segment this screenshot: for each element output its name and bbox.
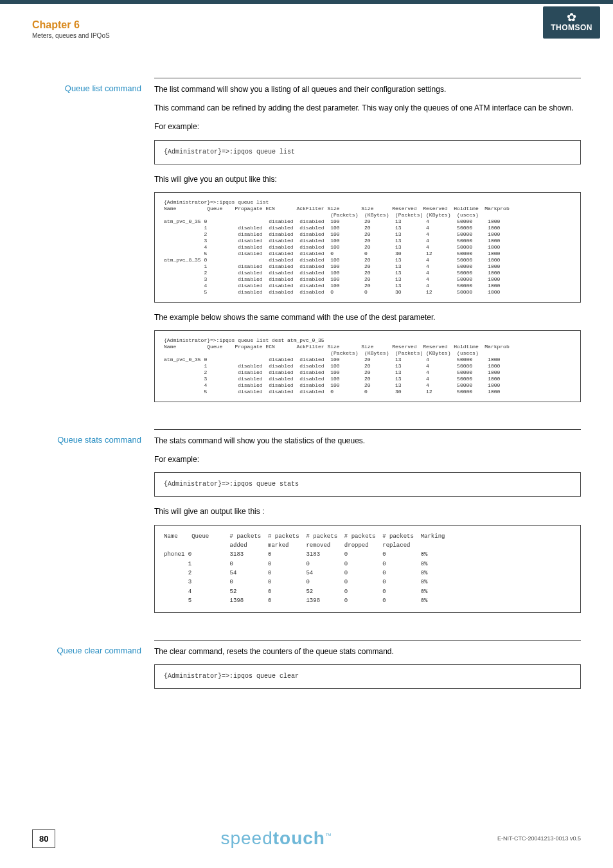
chapter-subtitle: Meters, queues and IPQoS: [32, 32, 581, 39]
section-body: The stats command will show you the stat…: [154, 435, 581, 622]
section-queue-list: Queue list command The list command will…: [154, 78, 581, 411]
section-queue-clear: Queue clear command The clear command, r…: [154, 640, 581, 698]
trademark-icon: ™: [325, 832, 332, 839]
paragraph: The stats command will show you the stat…: [154, 435, 581, 447]
doc-reference: E-NIT-CTC-20041213-0013 v0.5: [497, 835, 581, 842]
section-body: The clear command, resets the counters o…: [154, 646, 581, 698]
page-footer: 80 speedtouch™ E-NIT-CTC-20041213-0013 v…: [32, 828, 581, 849]
section-body: The list command will show you a listing…: [154, 84, 581, 411]
page-number: 80: [32, 829, 55, 848]
section-label: Queue clear command: [32, 646, 148, 655]
section-label: Queue list command: [32, 84, 148, 93]
page: ✿ THOMSON Chapter 6 Meters, queues and I…: [0, 0, 613, 868]
paragraph: This will give an output like this :: [154, 506, 581, 518]
code-block: {Administrator}=>:ipqos queue clear: [154, 664, 581, 689]
page-header: Chapter 6 Meters, queues and IPQoS: [32, 19, 581, 39]
chapter-title: Chapter 6: [32, 19, 581, 31]
code-block: {Administrator}=>:ipqos queue stats: [154, 472, 581, 497]
paragraph: For example:: [154, 454, 581, 466]
paragraph: The list command will show you a listing…: [154, 84, 581, 96]
section-queue-stats: Queue stats command The stats command wi…: [154, 429, 581, 622]
section-label: Queue stats command: [32, 435, 148, 445]
brand-name: THOMSON: [551, 23, 592, 32]
paragraph: For example:: [154, 121, 581, 133]
code-output: {Administrator}=>:ipqos queue list Name …: [154, 192, 581, 303]
code-output: Name Queue # packets # packets # packets…: [154, 525, 581, 613]
paragraph: The clear command, resets the counters o…: [154, 646, 581, 658]
paragraph: This will give you an output like this:: [154, 173, 581, 186]
brand-symbol-icon: ✿: [551, 12, 592, 23]
code-output: {Administrator}=>:ipqos queue list dest …: [154, 330, 581, 402]
paragraph: The example below shows the same command…: [154, 312, 581, 324]
top-bar: [0, 0, 613, 4]
footer-brand: speedtouch™: [220, 828, 332, 849]
brand-bold: touch: [273, 828, 325, 848]
brand-logo: ✿ THOMSON: [543, 6, 600, 39]
code-block: {Administrator}=>:ipqos queue list: [154, 140, 581, 164]
brand-thin: speed: [220, 828, 272, 848]
paragraph: This command can be refined by adding th…: [154, 102, 581, 114]
